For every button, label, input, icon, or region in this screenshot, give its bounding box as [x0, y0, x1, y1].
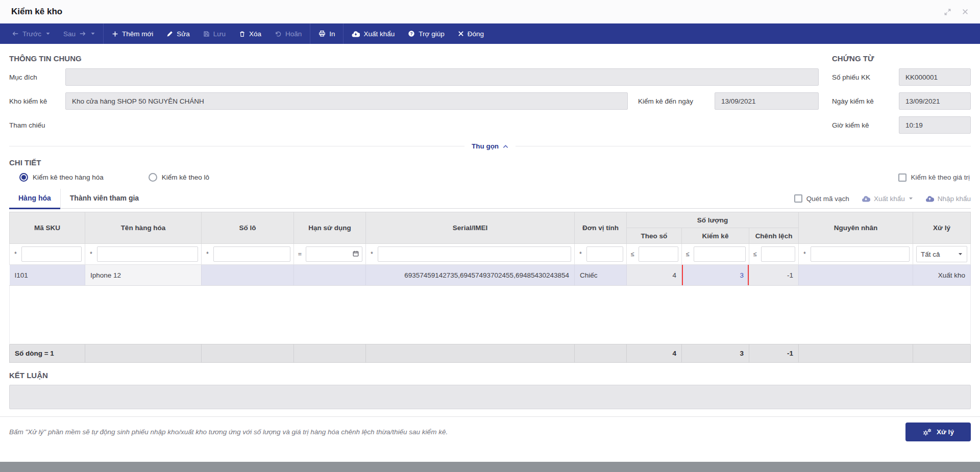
conclusion-input[interactable] — [9, 385, 971, 409]
col-name[interactable]: Tên hàng hóa — [85, 212, 202, 244]
col-expiry[interactable]: Hạn sử dụng — [294, 212, 366, 244]
warehouse-input[interactable]: Kho cửa hàng SHOP 50 NGUYÊN CHÁNH — [65, 92, 628, 110]
filter-book-qty-input[interactable] — [639, 246, 678, 262]
edit-button[interactable]: Sửa — [160, 23, 197, 44]
cell-diff-qty[interactable]: -1 — [749, 265, 799, 286]
reference-input[interactable] — [65, 116, 819, 134]
col-diff-qty[interactable]: Chênh lệch — [749, 228, 799, 244]
checkbox-by-value[interactable]: Kiểm kê theo giá trị — [898, 173, 970, 182]
expand-icon[interactable] — [944, 8, 951, 16]
gears-icon — [922, 428, 932, 436]
next-button[interactable]: Sau — [57, 23, 102, 44]
cell-book-qty[interactable]: 4 — [627, 265, 682, 286]
toolbar-separator — [103, 23, 104, 44]
close-icon[interactable] — [962, 8, 969, 15]
cell-counted-qty-highlighted[interactable]: 3 — [682, 265, 749, 286]
cloud-download-icon — [352, 31, 360, 37]
cell-expiry[interactable] — [294, 265, 366, 286]
filter-counted-qty-input[interactable] — [694, 246, 746, 262]
chevron-down-icon — [909, 197, 913, 200]
filter-name-input[interactable] — [97, 246, 198, 262]
inventory-count-window: Kiểm kê kho Trước Sau Thêm mới Sửa Lư — [0, 0, 980, 462]
col-quantity-group: Số lượng — [627, 212, 799, 228]
col-book-qty[interactable]: Theo sổ — [627, 228, 682, 244]
filter-op-contains[interactable]: * — [205, 251, 210, 258]
filter-action-select[interactable]: Tất cả — [916, 246, 967, 262]
filter-sku-input[interactable] — [21, 246, 82, 262]
collapse-toggle[interactable]: Thu gọn — [472, 142, 508, 150]
cell-sku[interactable]: I101 — [10, 265, 85, 286]
cloud-download-icon — [862, 195, 870, 202]
filter-op-contains[interactable]: * — [88, 251, 94, 258]
col-action[interactable]: Xử lý — [913, 212, 971, 244]
col-unit[interactable]: Đơn vị tính — [575, 212, 627, 244]
table-row[interactable]: I101 Iphone 12 69357459142735,6945749370… — [10, 265, 971, 286]
filter-op-contains[interactable]: * — [369, 251, 375, 258]
table-import-button[interactable]: Nhập khẩu — [925, 195, 971, 203]
print-button[interactable]: In — [312, 23, 341, 44]
question-circle-icon: ? — [408, 30, 415, 37]
filter-op-contains[interactable]: * — [13, 251, 18, 258]
col-reason[interactable]: Nguyên nhân — [799, 212, 913, 244]
filter-op-equals[interactable]: = — [297, 251, 303, 258]
add-new-button[interactable]: Thêm mới — [105, 23, 160, 44]
cell-unit[interactable]: Chiếc — [575, 265, 627, 286]
tab-products[interactable]: Hàng hóa — [9, 189, 60, 208]
cell-name[interactable]: Iphone 12 — [85, 265, 202, 286]
toolbar-separator — [310, 23, 310, 44]
plus-icon — [112, 31, 118, 37]
export-button[interactable]: Xuất khẩu — [345, 23, 401, 44]
process-note: Bấm "Xử lý" phần mềm sẽ tự động sinh phi… — [9, 428, 905, 436]
close-document-button[interactable]: Đóng — [451, 23, 491, 44]
prev-button[interactable]: Trước — [5, 23, 57, 44]
radio-by-lot[interactable]: Kiểm kê theo lô — [149, 173, 209, 182]
table-export-button[interactable]: Xuất khẩu — [862, 195, 913, 203]
printer-icon — [318, 30, 326, 37]
general-info-section: THÔNG TIN CHUNG Mục đích Kho kiểm kê Kho… — [9, 44, 971, 140]
floppy-icon — [203, 31, 210, 37]
cell-serial[interactable]: 69357459142735,69457493702455,6948543024… — [366, 265, 575, 286]
tabbar: Hàng hóa Thành viên tham gia Quét mã vạc… — [9, 189, 971, 209]
undo-button[interactable]: Hoãn — [268, 23, 308, 44]
radio-by-product[interactable]: Kiểm kê theo hàng hóa — [19, 173, 104, 182]
cell-reason[interactable] — [799, 265, 913, 286]
cell-action[interactable]: Xuất kho — [913, 265, 971, 286]
filter-op-lte[interactable]: ≤ — [752, 251, 758, 258]
filter-unit-input[interactable] — [586, 246, 623, 262]
help-button[interactable]: ? Trợ giúp — [401, 23, 451, 44]
cell-lot[interactable] — [202, 265, 294, 286]
page-background-strip — [0, 462, 980, 472]
summary-row: Số dòng = 1 4 3 -1 — [10, 344, 971, 363]
filter-reason-input[interactable] — [811, 246, 910, 262]
bottombar: Bấm "Xử lý" phần mềm sẽ tự động sinh phi… — [0, 416, 980, 448]
filter-lot-input[interactable] — [213, 246, 290, 262]
collapse-row: Thu gọn — [9, 142, 971, 150]
filter-diff-qty-input[interactable] — [761, 246, 795, 262]
save-button[interactable]: Lưu — [197, 23, 232, 44]
filter-op-contains[interactable]: * — [578, 251, 583, 258]
warehouse-label: Kho kiểm kê — [9, 97, 65, 105]
row-count-label: Số dòng = 1 — [10, 344, 85, 363]
divider — [516, 146, 971, 146]
filter-op-lte[interactable]: ≤ — [685, 251, 691, 258]
purpose-input[interactable] — [65, 68, 819, 86]
sheet-number-input[interactable]: KK000001 — [899, 68, 971, 86]
calendar-icon[interactable] — [352, 250, 359, 257]
checkbox-icon — [898, 173, 906, 182]
count-to-date-label: Kiểm kê đến ngày — [638, 97, 715, 105]
col-serial[interactable]: Serial/IMEI — [366, 212, 575, 244]
filter-op-contains[interactable]: * — [802, 251, 807, 258]
x-icon — [458, 31, 464, 37]
count-to-date-input[interactable]: 13/09/2021 — [715, 92, 819, 110]
col-lot[interactable]: Số lô — [202, 212, 294, 244]
tab-participants[interactable]: Thành viên tham gia — [60, 189, 148, 208]
delete-button[interactable]: Xóa — [232, 23, 268, 44]
scan-barcode-checkbox[interactable]: Quét mã vạch — [794, 194, 849, 203]
col-sku[interactable]: Mã SKU — [10, 212, 85, 244]
filter-serial-input[interactable] — [378, 246, 571, 262]
col-counted-qty[interactable]: Kiểm kê — [682, 228, 749, 244]
process-button[interactable]: Xử lý — [905, 423, 971, 441]
count-date-input[interactable]: 13/09/2021 — [899, 92, 971, 110]
filter-op-lte[interactable]: ≤ — [630, 251, 635, 258]
count-time-input[interactable]: 10:19 — [899, 116, 971, 134]
